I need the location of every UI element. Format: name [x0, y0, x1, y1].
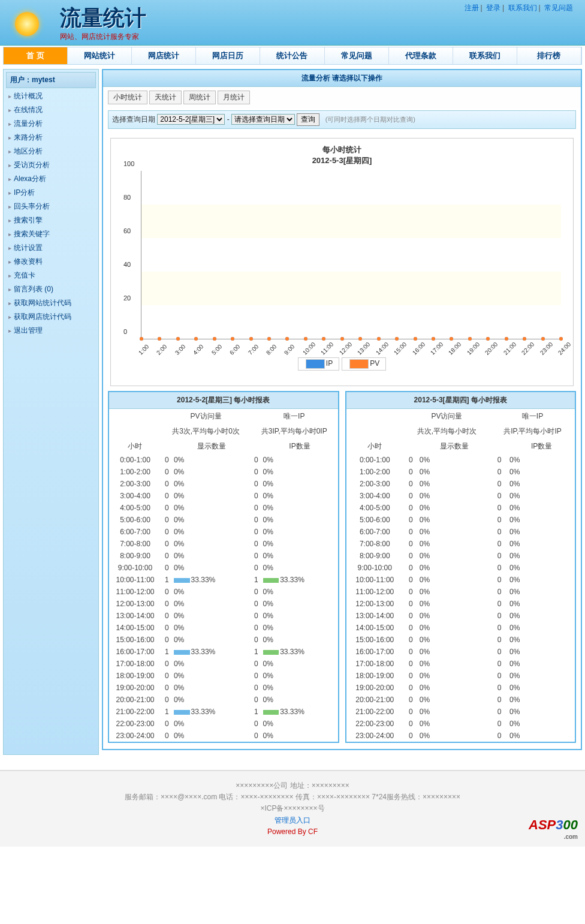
- x-tick: 19:00: [466, 341, 481, 356]
- data-point: [468, 337, 472, 341]
- link-login[interactable]: 登录: [486, 4, 500, 12]
- sidebar-item[interactable]: 退出管理: [6, 324, 96, 338]
- footer-icp: ×ICP备××××××××号: [9, 803, 576, 814]
- nav-item[interactable]: 网店统计: [132, 47, 196, 64]
- query-label: 选择查询日期: [112, 115, 155, 124]
- data-point: [231, 337, 234, 341]
- sidebar-item[interactable]: IP分析: [6, 186, 96, 200]
- date2-select[interactable]: 请选择查询日期: [231, 114, 295, 125]
- sidebar-item[interactable]: 修改资料: [6, 255, 96, 269]
- sidebar-item[interactable]: 受访页分析: [6, 158, 96, 172]
- tab-button[interactable]: 周统计: [183, 91, 216, 104]
- table-title: 2012-5-2[星期三] 每小时报表: [109, 392, 338, 409]
- sidebar-item[interactable]: 搜索关键字: [6, 227, 96, 241]
- x-tick: 6:00: [228, 343, 242, 356]
- query-button[interactable]: 查询: [297, 113, 319, 126]
- data-point: [194, 337, 198, 341]
- sidebar-item[interactable]: 获取网店统计代码: [6, 310, 96, 324]
- data-point: [523, 337, 526, 341]
- header-bar: 注册| 登录| 联系我们| 常见问题 流量统计 网站、网店统计服务专家: [0, 0, 585, 46]
- x-tick: 17:00: [429, 341, 444, 356]
- sidebar-item[interactable]: 地区分析: [6, 145, 96, 158]
- sidebar-item[interactable]: 搜索引擎: [6, 213, 96, 227]
- x-tick: 11:00: [319, 341, 334, 356]
- tab-button[interactable]: 小时统计: [108, 91, 147, 104]
- data-point: [450, 337, 453, 341]
- data-point: [340, 337, 344, 341]
- admin-link[interactable]: 管理员入口: [275, 816, 310, 824]
- x-tick: 14:00: [375, 341, 390, 356]
- sidebar-item[interactable]: Alexa分析: [6, 172, 96, 186]
- sidebar-item[interactable]: 获取网站统计代码: [6, 296, 96, 310]
- data-point: [176, 337, 180, 341]
- link-contact[interactable]: 联系我们: [508, 4, 537, 12]
- nav-item[interactable]: 排行榜: [517, 47, 581, 64]
- data-point: [432, 337, 435, 341]
- chart-container: 每小时统计2012-5-3[星期四] 0204060801001:002:003…: [110, 138, 574, 386]
- sidebar: 用户：mytest 统计概况在线情况流量分析来路分析地区分析受访页分析Alexa…: [3, 69, 99, 755]
- sidebar-item[interactable]: 统计设置: [6, 241, 96, 255]
- x-tick: 12:00: [338, 341, 353, 356]
- nav-item[interactable]: 常见问题: [325, 47, 389, 64]
- x-tick: 15:00: [393, 341, 408, 356]
- x-tick: 22:00: [520, 341, 535, 356]
- data-point: [285, 337, 289, 341]
- chart-title: 每小时统计2012-5-3[星期四]: [117, 145, 567, 166]
- y-tick: 0: [123, 328, 127, 335]
- data-point: [559, 337, 563, 341]
- table-title: 2012-5-3[星期四] 每小时报表: [346, 392, 575, 409]
- y-tick: 40: [123, 261, 131, 268]
- data-point: [267, 337, 271, 341]
- nav-item[interactable]: 首 页: [4, 47, 68, 64]
- data-point: [213, 337, 216, 341]
- data-point: [358, 337, 362, 341]
- sidebar-item[interactable]: 回头率分析: [6, 200, 96, 213]
- sidebar-item[interactable]: 来路分析: [6, 131, 96, 145]
- x-tick: 18:00: [447, 341, 462, 356]
- report-table: 2012-5-2[星期三] 每小时报表PV访问量唯一IP共3次,平均每小时0次共…: [108, 391, 339, 743]
- nav-item[interactable]: 网站统计: [68, 47, 132, 64]
- nav-item[interactable]: 代理条款: [389, 47, 453, 64]
- sidebar-item[interactable]: 充值卡: [6, 269, 96, 282]
- data-point: [377, 337, 381, 341]
- date1-select[interactable]: 2012-5-2[星期三]: [157, 114, 225, 125]
- sidebar-user: 用户：mytest: [6, 72, 96, 88]
- x-tick: 9:00: [283, 343, 296, 356]
- x-tick: 1:00: [137, 343, 150, 356]
- x-tick: 13:00: [356, 341, 371, 356]
- x-tick: 24:00: [557, 341, 572, 356]
- data-point: [414, 337, 417, 341]
- nav-item[interactable]: 统计公告: [260, 47, 324, 64]
- x-tick: 20:00: [484, 341, 499, 356]
- data-point: [304, 337, 307, 341]
- data-point: [158, 337, 161, 341]
- data-point: [486, 337, 490, 341]
- chart-plot: 0204060801001:002:003:004:005:006:007:00…: [141, 171, 561, 339]
- x-tick: 23:00: [538, 341, 553, 356]
- x-tick: 10:00: [301, 341, 316, 356]
- footer: ×××××××××公司 地址：××××××××× 服务邮箱：××××@××××.…: [0, 770, 585, 847]
- tab-button[interactable]: 天统计: [149, 91, 182, 104]
- sidebar-item[interactable]: 流量分析: [6, 117, 96, 131]
- query-bar: 选择查询日期 2012-5-2[星期三] - 请选择查询日期 查询 (可同时选择…: [108, 110, 576, 129]
- top-links: 注册| 登录| 联系我们| 常见问题: [465, 3, 573, 13]
- nav-item[interactable]: 联系我们: [453, 47, 517, 64]
- data-point: [249, 337, 253, 341]
- y-tick: 20: [123, 294, 131, 302]
- link-register[interactable]: 注册: [465, 4, 479, 12]
- data-point: [395, 337, 399, 341]
- x-tick: 4:00: [192, 343, 205, 356]
- sidebar-item[interactable]: 留言列表 (0): [6, 282, 96, 296]
- link-faq[interactable]: 常见问题: [544, 4, 573, 12]
- legend-item: IP: [298, 357, 339, 371]
- site-logo-text: 流量统计: [60, 6, 146, 30]
- sidebar-item[interactable]: 在线情况: [6, 103, 96, 117]
- x-tick: 3:00: [174, 343, 187, 356]
- tab-button[interactable]: 月统计: [218, 91, 250, 104]
- data-point: [140, 337, 143, 341]
- sidebar-item[interactable]: 统计概况: [6, 89, 96, 103]
- data-point: [541, 337, 545, 341]
- report-table: 2012-5-3[星期四] 每小时报表PV访问量唯一IP共次,平均每小时次共IP…: [345, 391, 577, 743]
- legend-item: PV: [342, 357, 386, 371]
- nav-item[interactable]: 网店日历: [196, 47, 260, 64]
